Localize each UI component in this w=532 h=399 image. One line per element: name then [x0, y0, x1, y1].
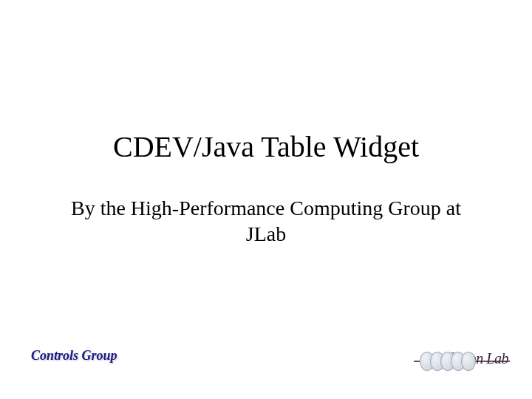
jefferson-lab-logo: Jefferson Lab: [406, 349, 510, 374]
slide-subtitle: By the High-Performance Computing Group …: [59, 195, 473, 247]
footer-right-logo: Jefferson Lab: [406, 349, 510, 374]
slide-container: CDEV/Java Table Widget By the High-Perfo…: [0, 0, 532, 399]
footer-left-label: Controls Group: [31, 348, 117, 364]
logo-ovals-icon: [420, 352, 476, 371]
slide-title: CDEV/Java Table Widget: [113, 129, 419, 164]
